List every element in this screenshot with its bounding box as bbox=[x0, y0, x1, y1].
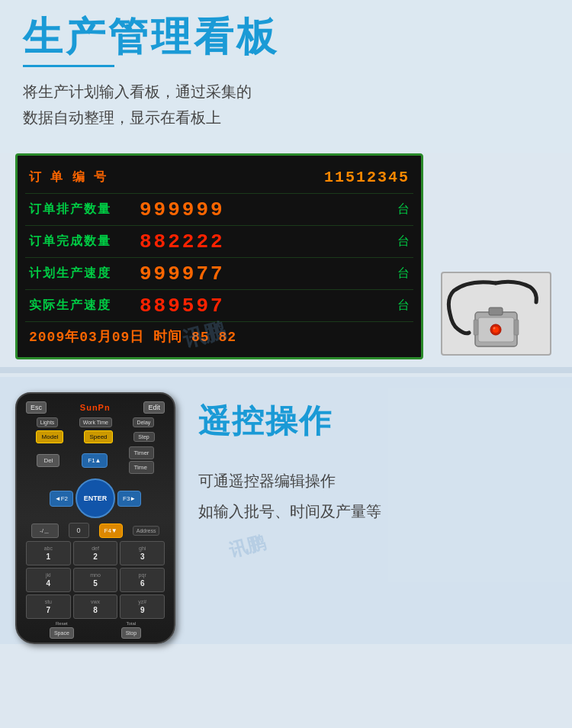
svg-rect-5 bbox=[474, 320, 478, 335]
remote-desc: 可通遥控器编辑操作 如输入批号、时间及产量等 bbox=[198, 465, 557, 527]
led-unit-1: 台 bbox=[390, 201, 410, 217]
zero-button[interactable]: 0 bbox=[69, 523, 89, 538]
stop-button[interactable]: Stop bbox=[121, 627, 141, 639]
bottom-section: Esc SunPn Edit Lights Work Time Delay Mo… bbox=[0, 377, 572, 644]
board-section: 订 单 编 号 11512345 订单排产数量 999999 台 订单完成数量 … bbox=[0, 153, 572, 359]
remote-container: Esc SunPn Edit Lights Work Time Delay Mo… bbox=[15, 392, 183, 644]
led-label-4: 实际生产速度 bbox=[29, 298, 140, 314]
num-5[interactable]: mno 5 bbox=[73, 568, 118, 592]
worktime-button[interactable]: Work Time bbox=[79, 417, 112, 427]
edit-button[interactable]: Edit bbox=[143, 401, 165, 414]
led-row-1: 订单排产数量 999999 台 bbox=[25, 194, 413, 226]
f4-button[interactable]: F4▼ bbox=[99, 523, 123, 538]
space-button[interactable]: Space bbox=[50, 627, 74, 639]
num-9[interactable]: yz# 9 bbox=[120, 594, 165, 619]
del-button[interactable]: Del bbox=[37, 454, 59, 467]
remote-row-5: -/＿ 0 F4▼ Address bbox=[26, 523, 165, 538]
remote-top-row: Esc SunPn Edit bbox=[26, 401, 165, 414]
num-3[interactable]: ghi 3 bbox=[120, 541, 165, 565]
remote-row-3: Model Speed Step bbox=[26, 430, 165, 443]
time-button[interactable]: Time bbox=[129, 461, 153, 474]
led-order-label: 订 单 编 号 bbox=[29, 169, 109, 185]
remote-info: 遥控操作 可通遥控器编辑操作 如输入批号、时间及产量等 bbox=[198, 392, 557, 527]
minus-button[interactable]: -/＿ bbox=[31, 523, 59, 538]
timer-button[interactable]: Timer bbox=[129, 446, 153, 459]
num-grid: abc 1 def 2 ghi 3 jkl 4 bbox=[26, 541, 165, 619]
f1-button[interactable]: F1▲ bbox=[82, 453, 107, 468]
delay-button[interactable]: Delay bbox=[133, 417, 154, 427]
nav-cluster: ◄F2 ENTER F3► bbox=[26, 477, 165, 520]
led-row-4: 实际生产速度 889597 台 bbox=[25, 290, 413, 322]
remote-row-2: Lights Work Time Delay bbox=[26, 417, 165, 427]
led-value-4: 889597 bbox=[140, 295, 390, 317]
main-title: 生产管理看板 bbox=[23, 15, 549, 59]
speed-button[interactable]: Speed bbox=[84, 430, 112, 443]
step-button[interactable]: Step bbox=[133, 432, 155, 442]
num-2[interactable]: def 2 bbox=[73, 541, 118, 565]
led-row-2: 订单完成数量 882222 台 bbox=[25, 226, 413, 258]
led-label-2: 订单完成数量 bbox=[29, 234, 140, 250]
led-value-2: 882222 bbox=[140, 230, 390, 253]
enter-button[interactable]: ENTER bbox=[76, 478, 115, 518]
remote-title: 遥控操作 bbox=[198, 400, 557, 443]
remote-control: Esc SunPn Edit Lights Work Time Delay Mo… bbox=[15, 392, 175, 644]
svg-point-4 bbox=[493, 327, 496, 330]
led-order-value: 11512345 bbox=[324, 169, 410, 186]
brand-label: SunPn bbox=[80, 403, 111, 412]
led-date-row: 2009年03月09日 时间 85 82 bbox=[25, 322, 413, 351]
sensor-box bbox=[435, 153, 557, 359]
led-value-1: 999999 bbox=[140, 198, 390, 221]
top-section: 生产管理看板 将生产计划输入看板，通过采集的 数据自动整理，显示在看板上 bbox=[0, 0, 572, 153]
led-unit-3: 台 bbox=[390, 266, 410, 282]
led-date-text: 2009年03月09日 时间 85 82 bbox=[29, 327, 236, 346]
esc-button[interactable]: Esc bbox=[26, 401, 47, 414]
num-7[interactable]: stu 7 bbox=[26, 594, 71, 619]
led-unit-2: 台 bbox=[390, 234, 410, 250]
led-row-3: 计划生产速度 999977 台 bbox=[25, 258, 413, 290]
num-1[interactable]: abc 1 bbox=[26, 541, 71, 565]
svg-rect-7 bbox=[489, 308, 503, 315]
svg-rect-6 bbox=[514, 320, 519, 335]
led-label-1: 订单排产数量 bbox=[29, 201, 140, 217]
led-label-3: 计划生产速度 bbox=[29, 266, 140, 282]
section-divider bbox=[0, 367, 572, 373]
reset-label: Reset bbox=[56, 621, 68, 626]
led-board: 订 单 编 号 11512345 订单排产数量 999999 台 订单完成数量 … bbox=[15, 153, 423, 359]
model-button[interactable]: Model bbox=[36, 430, 63, 443]
num-6[interactable]: pqr 6 bbox=[120, 568, 165, 592]
subtitle-text: 将生产计划输入看板，通过采集的 数据自动整理，显示在看板上 bbox=[23, 79, 549, 130]
remote-bottom-row: Reset Space Total Stop bbox=[26, 621, 165, 639]
led-value-3: 999977 bbox=[140, 263, 390, 285]
address-button[interactable]: Address bbox=[133, 526, 160, 536]
remote-row-4: Del F1▲ Timer Time bbox=[26, 446, 165, 474]
f3-button[interactable]: F3► bbox=[117, 491, 141, 507]
lights-button[interactable]: Lights bbox=[37, 417, 59, 427]
total-label: Total bbox=[127, 621, 137, 626]
num-8[interactable]: vwx 8 bbox=[73, 594, 118, 619]
f2-button[interactable]: ◄F2 bbox=[50, 491, 73, 507]
sensor-image bbox=[441, 272, 551, 356]
led-title-row: 订 单 编 号 11512345 bbox=[25, 162, 413, 194]
title-divider bbox=[23, 65, 114, 67]
led-unit-4: 台 bbox=[390, 298, 410, 314]
num-4[interactable]: jkl 4 bbox=[26, 568, 71, 592]
sensor-svg bbox=[446, 275, 545, 352]
